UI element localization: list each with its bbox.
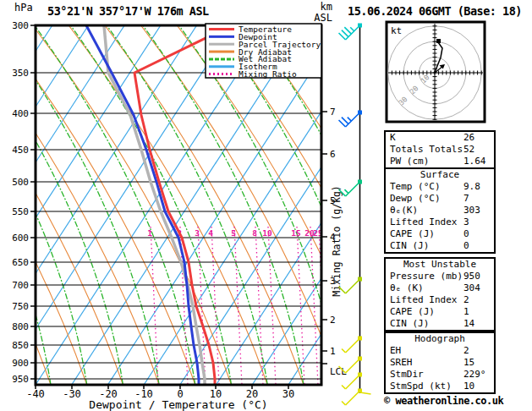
stat-value: 229° [463, 369, 486, 381]
stat-row: CAPE (J)0 [386, 228, 494, 240]
stat-row: K26 [386, 132, 494, 144]
stat-label: PW (cm) [390, 156, 429, 167]
stat-value: 14 [463, 318, 474, 330]
wind-barb [339, 357, 362, 373]
pressure-tick-label: 650 [12, 257, 29, 268]
hodograph-trace-endpoint [436, 39, 441, 43]
mixing-ratio-label: 4 [208, 228, 213, 238]
stat-value: 15 [463, 357, 474, 369]
parcel-curve [104, 25, 205, 385]
stat-section-title: Hodograph [386, 333, 494, 345]
surface-table: SurfaceTemp (°C)9.8Dewp (°C)7θₑ(K)303Lif… [384, 167, 496, 254]
legend-label: Mixing Ratio [239, 69, 297, 79]
pressure-tick-label: 300 [12, 20, 29, 31]
temp-tick-label: -30 [63, 388, 81, 400]
stat-label: EH [390, 345, 401, 356]
km-tick-label: 1 [330, 346, 336, 357]
stat-row: Temp (°C)9.8 [386, 181, 494, 193]
wind-barb-marker [358, 111, 362, 115]
stat-value: 1 [463, 306, 469, 318]
stat-label: CIN (J) [390, 318, 429, 329]
stat-section-title: Most Unstable [386, 259, 494, 271]
stat-label: Totals Totals [390, 144, 463, 155]
stat-value: 26 [463, 132, 474, 144]
stat-row: Totals Totals52 [386, 144, 494, 156]
pressure-tick-label: 900 [12, 358, 29, 369]
temperature-curve [134, 25, 232, 385]
stat-row: θₑ (K)304 [386, 282, 494, 294]
stat-row: PW (cm)1.64 [386, 156, 494, 167]
temp-tick-label: -40 [26, 388, 45, 400]
asl-unit-label: ASL [314, 12, 332, 24]
stat-label: Temp (°C) [390, 181, 441, 192]
dry-adiabat-line [33, 25, 232, 385]
hodograph-unit-label: kt [391, 25, 402, 36]
stat-label: Dewp (°C) [390, 193, 441, 204]
hodograph: kt102030 [387, 22, 485, 122]
mixing-ratio-axis-title: Mixing Ratio (g/kg) [331, 185, 343, 297]
stat-label: CIN (J) [390, 240, 429, 251]
wind-barb-marker [358, 357, 362, 361]
stat-value: 303 [463, 205, 480, 216]
stat-row: Dewp (°C)7 [386, 193, 494, 205]
temp-tick-label: 30 [282, 388, 294, 400]
dry-adiabat-line [69, 25, 267, 385]
stat-value: 10 [463, 381, 474, 392]
mixing-ratio-label: 1 [147, 228, 152, 238]
stat-label: SREH [390, 357, 413, 368]
stat-row: StmDir229° [386, 369, 494, 381]
km-axis-labels: 7654321LCLMixing Ratio (g/kg) [321, 107, 347, 377]
stat-value: 9.8 [463, 181, 480, 193]
stat-label: StmDir [390, 369, 424, 380]
wind-barb [342, 337, 362, 353]
stat-row: EH2 [386, 345, 494, 357]
pressure-tick-label: 600 [12, 233, 29, 244]
x-axis-title: Dewpoint / Temperature (°C) [89, 398, 267, 411]
stat-value: 7 [463, 193, 469, 205]
stat-row: CIN (J)0 [386, 240, 494, 252]
stat-label: K [390, 132, 396, 143]
most-unstable-table: Most UnstablePressure (mb)950θₑ (K)304Li… [384, 257, 496, 332]
stat-value: 2 [463, 345, 469, 357]
dry-adiabat-line [141, 25, 340, 385]
km-unit-label: km [314, 1, 332, 13]
pressure-tick-label: 800 [12, 321, 29, 332]
stat-label: CAPE (J) [390, 306, 435, 317]
dry-adiabat-line [177, 25, 376, 385]
pressure-tick-label: 400 [12, 108, 29, 119]
stat-label: θₑ (K) [390, 282, 424, 293]
stat-row: CIN (J)14 [386, 318, 494, 330]
stat-label: Lifted Index [390, 216, 457, 227]
stat-label: Lifted Index [390, 294, 457, 305]
stat-label: θₑ(K) [390, 205, 418, 216]
stat-label: StmSpd (kt) [390, 381, 452, 392]
wind-barb-marker [358, 24, 362, 28]
hodograph-table: HodographEH2SREH15StmDir229°StmSpd (kt)1… [384, 332, 496, 394]
wind-barb-column [339, 24, 371, 405]
mixing-ratio-label: 3 [195, 228, 200, 238]
stat-row: θₑ(K)303 [386, 205, 494, 216]
pressure-tick-label: 500 [12, 177, 29, 188]
stat-label: CAPE (J) [390, 228, 435, 239]
datetime-title: 15.06.2024 06GMT (Base: 18) [348, 4, 522, 18]
indices-table: K26Totals Totals52PW (cm)1.64 [384, 130, 496, 169]
pressure-tick-label: 350 [12, 68, 29, 79]
km-tick-label: 7 [330, 107, 336, 118]
pressure-unit-label: hPa [14, 2, 33, 14]
mixing-ratio-label: 15 [291, 228, 301, 238]
pressure-tick-label: 450 [12, 145, 29, 156]
pressure-tick-label: 850 [12, 340, 29, 351]
skewt-sounding-page: 1234581015202530035040045050055060065070… [0, 0, 532, 411]
wind-barb [339, 111, 362, 127]
stat-row: Pressure (mb)950 [386, 271, 494, 282]
stat-section-title: Surface [386, 169, 494, 181]
stat-value: 52 [463, 144, 474, 156]
wind-barb-marker [358, 277, 362, 282]
stat-value: 3 [463, 216, 469, 228]
km-tick-label: 6 [330, 149, 336, 160]
stat-row: Lifted Index2 [386, 294, 494, 306]
mixing-ratio-label: 10 [262, 228, 272, 238]
stat-value: 1.64 [463, 156, 486, 167]
wind-barb [339, 24, 362, 40]
stat-row: SREH15 [386, 357, 494, 369]
